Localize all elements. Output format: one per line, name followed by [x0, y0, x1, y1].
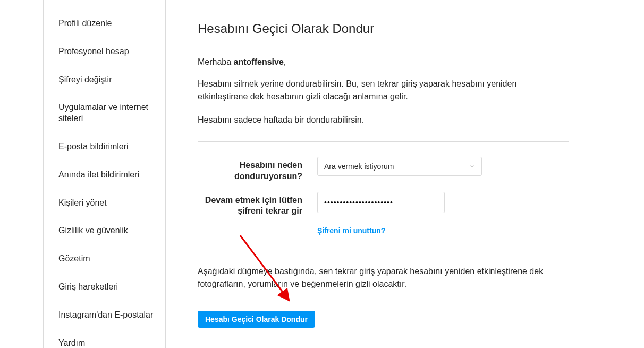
settings-sidebar: Profili düzenle Profesyonel hesap Şifrey…: [44, 0, 166, 348]
reason-select-value: Ara vermek istiyorum: [324, 162, 469, 171]
greeting-suffix: ,: [284, 57, 286, 66]
description-1: Hesabını silmek yerine dondurabilirsin. …: [198, 78, 569, 103]
sidebar-item-professional-account[interactable]: Profesyonel hesap: [44, 38, 165, 66]
sidebar-item-edit-profile[interactable]: Profili düzenle: [44, 10, 165, 38]
sidebar-item-emails-from-instagram[interactable]: Instagram'dan E-postalar: [44, 301, 165, 329]
password-row: Devam etmek için lütfen şifreni tekrar g…: [198, 192, 569, 217]
reason-row: Hesabını neden donduruyorsun? Ara vermek…: [198, 157, 569, 182]
sidebar-item-change-password[interactable]: Şifreyi değiştir: [44, 66, 165, 94]
sidebar-item-push-notifications[interactable]: Anında ilet bildirimleri: [44, 161, 165, 189]
reason-select[interactable]: Ara vermek istiyorum: [317, 157, 482, 176]
reason-label: Hesabını neden donduruyorsun?: [198, 157, 317, 182]
sidebar-item-apps-websites[interactable]: Uygulamalar ve internet siteleri: [44, 94, 165, 133]
bottom-description: Aşağıdaki düğmeye bastığında, sen tekrar…: [198, 265, 569, 291]
password-input[interactable]: [317, 192, 445, 213]
divider-bottom: [198, 250, 569, 250]
greeting-prefix: Merhaba: [198, 57, 234, 66]
forgot-row: Şifreni mi unuttun?: [198, 226, 569, 235]
sidebar-item-login-activity[interactable]: Giriş hareketleri: [44, 273, 165, 301]
sidebar-item-privacy-security[interactable]: Gizlilik ve güvenlik: [44, 217, 165, 245]
description-2: Hesabını sadece haftada bir dondurabilir…: [198, 114, 569, 126]
main-content: Hesabını Geçici Olarak Dondur Merhaba an…: [166, 0, 601, 348]
password-label: Devam etmek için lütfen şifreni tekrar g…: [198, 192, 317, 217]
page-title: Hesabını Geçici Olarak Dondur: [198, 21, 569, 36]
greeting-text: Merhaba antoffensive,: [198, 57, 569, 67]
divider-top: [198, 141, 569, 142]
sidebar-item-supervision[interactable]: Gözetim: [44, 245, 165, 273]
forgot-password-link[interactable]: Şifreni mi unuttun?: [317, 226, 385, 235]
sidebar-item-email-notifications[interactable]: E-posta bildirimleri: [44, 133, 165, 161]
sidebar-item-manage-contacts[interactable]: Kişileri yönet: [44, 189, 165, 217]
chevron-down-icon: [469, 163, 475, 169]
disable-account-button[interactable]: Hesabı Geçici Olarak Dondur: [198, 311, 315, 328]
username: antoffensive: [234, 57, 284, 66]
sidebar-item-help[interactable]: Yardım: [44, 329, 165, 348]
